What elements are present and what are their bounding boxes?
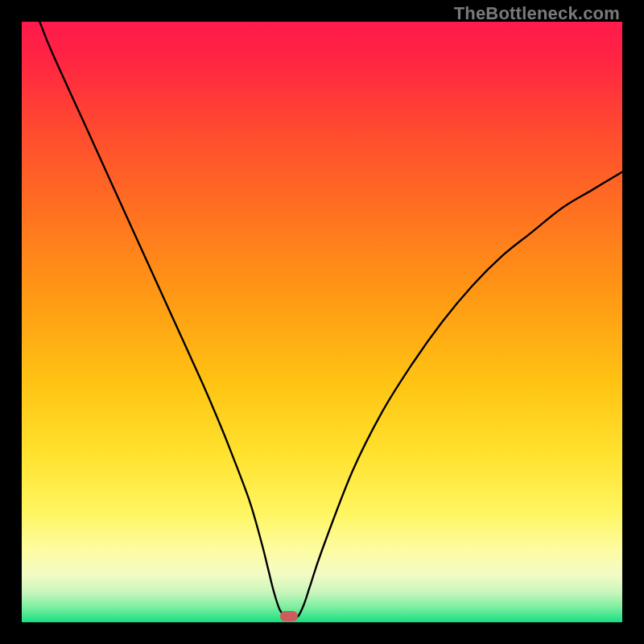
gradient-background <box>22 22 622 622</box>
bottleneck-chart <box>22 22 622 622</box>
chart-frame: TheBottleneck.com <box>0 0 644 644</box>
watermark-text: TheBottleneck.com <box>454 3 620 24</box>
optimum-marker <box>280 611 298 621</box>
plot-area <box>22 22 622 622</box>
